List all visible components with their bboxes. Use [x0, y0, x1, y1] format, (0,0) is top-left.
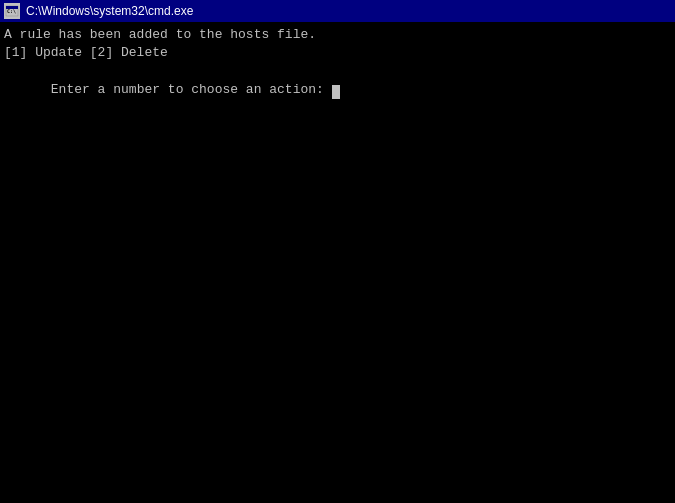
- svg-text:C:\: C:\: [7, 8, 16, 14]
- cmd-icon: C:\: [4, 3, 20, 19]
- cmd-window: C:\ C:\Windows\system32\cmd.exe A rule h…: [0, 0, 675, 503]
- terminal-line-3: Enter a number to choose an action:: [4, 62, 671, 117]
- terminal-line-1: A rule has been added to the hosts file.: [4, 26, 671, 44]
- terminal-body[interactable]: A rule has been added to the hosts file.…: [0, 22, 675, 503]
- cursor: [332, 85, 340, 99]
- terminal-line-2: [1] Update [2] Delete: [4, 44, 671, 62]
- title-bar: C:\ C:\Windows\system32\cmd.exe: [0, 0, 675, 22]
- window-title: C:\Windows\system32\cmd.exe: [26, 4, 671, 18]
